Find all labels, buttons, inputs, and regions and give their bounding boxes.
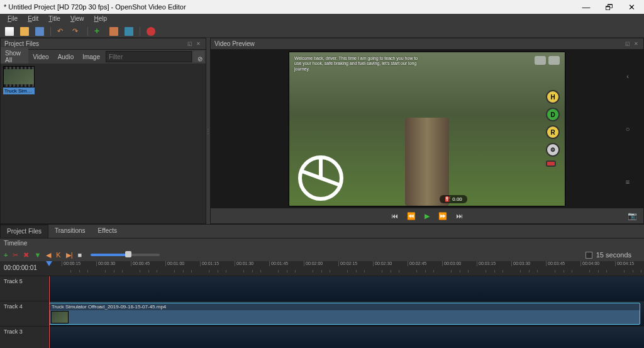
track-body[interactable]: Truck Simulator Offroad_2019-09-18-15-07…	[49, 301, 644, 326]
filter-audio[interactable]: Audio	[53, 51, 79, 63]
add-track-button[interactable]: +	[4, 251, 8, 259]
tab-transitions[interactable]: Transitions	[48, 225, 92, 238]
gear-icon: ⚙	[546, 143, 560, 157]
project-files-grid[interactable]: Truck Simulator ...	[1, 64, 206, 223]
device-nav-icons: ‹ ○ ≡	[618, 50, 637, 208]
keyframe-button[interactable]: K	[56, 251, 60, 259]
fast-forward-button[interactable]: ⏩	[438, 212, 447, 220]
rewind-button[interactable]: ⏪	[407, 212, 416, 220]
jump-end-button[interactable]: ⏭	[456, 212, 463, 220]
ruler-tick: 00:02:30	[373, 261, 392, 266]
menu-edit[interactable]: Edit	[23, 14, 43, 25]
playhead[interactable]	[49, 276, 50, 348]
menu-view[interactable]: View	[65, 14, 89, 25]
open-project-icon[interactable]	[20, 27, 29, 36]
dock-buttons[interactable]: ◱ ✕	[187, 41, 202, 47]
project-files-header: Project Files ◱ ✕	[1, 38, 206, 50]
toolbar-separator	[140, 27, 140, 36]
ruler-tick: 00:04:00	[580, 261, 599, 266]
center-playhead-button[interactable]: ■	[78, 251, 82, 259]
ruler-tick: 00:01:00	[165, 261, 184, 266]
track-3: Track 3	[0, 327, 644, 348]
filter-input[interactable]	[106, 51, 192, 62]
track-header[interactable]: Track 3	[0, 327, 49, 348]
zoom-label-area: 15 seconds	[586, 251, 640, 259]
track-header[interactable]: Track 5	[0, 276, 49, 301]
track-header[interactable]: Track 4	[0, 301, 49, 326]
video-preview-header: Video Preview ◱ ✕	[211, 38, 643, 50]
export-icon[interactable]	[147, 27, 155, 36]
filter-video[interactable]: Video	[28, 51, 53, 63]
snapshot-icon[interactable]: 📷	[628, 211, 637, 220]
main-area: Project Files ◱ ✕ Show All Video Audio I…	[0, 38, 644, 224]
ruler-tick: 00:01:30	[235, 261, 253, 266]
play-button[interactable]: ▶	[425, 212, 430, 220]
steering-wheel-icon	[298, 155, 343, 201]
ruler-tick: 00:02:00	[304, 261, 323, 266]
project-files-title: Project Files	[4, 40, 39, 47]
import-files-icon[interactable]: +	[94, 27, 103, 36]
preview-canvas[interactable]: Welcome back, driver. This time I am goi…	[289, 52, 565, 206]
video-preview-pane: Video Preview ◱ ✕ Welcome back, driver. …	[210, 38, 644, 224]
zoom-checkbox[interactable]	[586, 252, 592, 259]
menu-file[interactable]: File	[3, 14, 23, 25]
file-thumbnail	[3, 66, 35, 87]
home-icon: ○	[626, 125, 630, 133]
next-marker-button[interactable]: ▶|	[66, 251, 73, 259]
minimize-button[interactable]: —	[575, 3, 597, 12]
timecode-display: 00:00:00:01	[4, 264, 37, 271]
disable-snap-button[interactable]: ✖	[23, 251, 29, 259]
dock-buttons[interactable]: ◱ ✕	[625, 41, 640, 47]
window-titlebar: * Untitled Project [HD 720p 30 fps] - Op…	[0, 0, 644, 14]
maximize-button[interactable]: 🗗	[597, 3, 620, 12]
zoom-label: 15 seconds	[596, 251, 631, 259]
game-h-button: H	[546, 90, 560, 104]
filter-clear-button[interactable]: ⊘	[193, 51, 204, 62]
window-title: * Untitled Project [HD 720p 30 fps] - Op…	[1, 3, 186, 11]
game-log-graphic	[405, 118, 449, 206]
menu-title[interactable]: Title	[43, 14, 65, 25]
menu-help[interactable]: Help	[89, 14, 112, 25]
project-tabs: Project Files Transitions Effects	[0, 224, 644, 238]
ruler-tick: 00:03:45	[546, 261, 565, 266]
zoom-slider[interactable]	[91, 254, 160, 256]
jump-start-button[interactable]: ⏮	[391, 212, 398, 220]
filter-image[interactable]: Image	[78, 51, 104, 63]
new-project-icon[interactable]	[5, 27, 14, 36]
playback-controls: ⏮ ⏪ ▶ ⏩ ⏭ 📷	[211, 208, 643, 223]
redo-icon[interactable]: ↷	[72, 27, 81, 36]
tab-effects[interactable]: Effects	[92, 225, 123, 238]
ruler-tick: 00:04:15	[615, 261, 634, 266]
razor-tool-button[interactable]: ✂	[13, 251, 18, 259]
menu-bar: File Edit Title View Help	[0, 14, 644, 25]
back-icon: ‹	[626, 72, 629, 80]
toolbar-separator	[87, 27, 88, 36]
clip-label: Truck Simulator Offroad_2019-09-18-15-07…	[50, 303, 640, 310]
profile-icon[interactable]	[109, 27, 118, 36]
ruler-tick: 00:01:45	[269, 261, 288, 266]
close-button[interactable]: ✕	[620, 3, 643, 12]
track-5: Track 5	[0, 276, 644, 301]
timeline-toolbar: + ✂ ✖ ▼ ◀ K ▶| ■ 15 seconds	[0, 249, 644, 261]
tab-project-files[interactable]: Project Files	[0, 225, 48, 238]
ruler-tick: 00:02:45	[408, 261, 426, 266]
timeline-ruler[interactable]: 00:00:00:01 00:00:1500:00:3000:00:4500:0…	[0, 261, 644, 276]
save-project-icon[interactable]	[35, 27, 44, 36]
fullscreen-icon[interactable]	[125, 27, 133, 36]
camera-icons	[535, 56, 560, 65]
add-marker-button[interactable]: ▼	[34, 251, 41, 259]
ruler-tick: 00:00:30	[96, 261, 115, 266]
clip-thumbnail	[51, 311, 69, 323]
ruler-tick: 00:03:15	[477, 261, 496, 266]
track-4: Track 4 Truck Simulator Offroad_2019-09-…	[0, 301, 644, 327]
track-body[interactable]	[49, 327, 644, 348]
project-file-item[interactable]: Truck Simulator ...	[3, 66, 35, 94]
prev-marker-button[interactable]: ◀	[46, 251, 51, 259]
game-side-buttons: H D R ⚙	[546, 90, 560, 167]
undo-icon[interactable]: ↶	[57, 27, 66, 36]
toolbar-separator	[50, 27, 51, 36]
track-body[interactable]	[49, 276, 644, 301]
tracks-area: Track 5 Track 4 Truck Simulator Offroad_…	[0, 276, 644, 348]
main-toolbar: ↶ ↷ +	[0, 25, 644, 38]
timeline-clip[interactable]: Truck Simulator Offroad_2019-09-18-15-07…	[49, 303, 640, 325]
